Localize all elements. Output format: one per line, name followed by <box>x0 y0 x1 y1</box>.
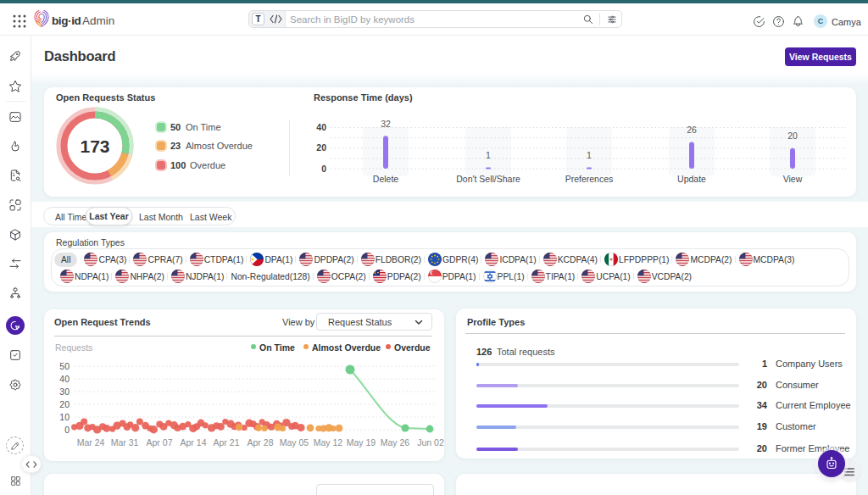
svg-text:40: 40 <box>59 374 70 384</box>
svg-text:Preferences: Preferences <box>565 174 614 184</box>
svg-text:Don't Sell/Share: Don't Sell/Share <box>456 174 520 184</box>
svg-text:Mar 31: Mar 31 <box>111 437 139 448</box>
svg-text:10: 10 <box>59 412 70 422</box>
svg-text:1: 1 <box>587 150 592 160</box>
svg-text:Jun 02: Jun 02 <box>417 437 444 448</box>
svg-text:Apr 07: Apr 07 <box>147 437 173 448</box>
svg-text:20: 20 <box>59 399 70 409</box>
svg-text:May 26: May 26 <box>381 437 410 448</box>
svg-text:32: 32 <box>381 119 391 129</box>
svg-text:View: View <box>783 174 803 184</box>
svg-text:1: 1 <box>486 150 491 160</box>
svg-text:Apr 28: Apr 28 <box>248 437 274 448</box>
svg-text:20: 20 <box>787 131 798 141</box>
svg-text:Apr 14: Apr 14 <box>181 437 207 448</box>
svg-text:Apr 21: Apr 21 <box>214 437 240 448</box>
svg-text:Update: Update <box>677 174 706 184</box>
svg-text:Delete: Delete <box>373 174 399 184</box>
svg-text:Mar 24: Mar 24 <box>77 437 105 448</box>
svg-text:40: 40 <box>316 122 326 132</box>
svg-text:0: 0 <box>321 164 326 174</box>
svg-text:50: 50 <box>59 361 70 371</box>
svg-text:26: 26 <box>687 125 697 135</box>
svg-text:May 05: May 05 <box>280 437 309 448</box>
svg-text:May 19: May 19 <box>347 437 376 448</box>
svg-text:May 12: May 12 <box>314 437 343 448</box>
svg-text:20: 20 <box>316 142 326 153</box>
svg-text:0: 0 <box>64 425 70 435</box>
svg-text:30: 30 <box>59 387 70 397</box>
